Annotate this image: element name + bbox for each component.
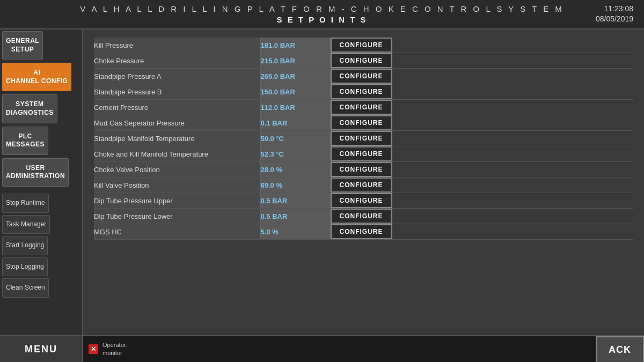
setpoint-label: Standpipe Pressure A — [94, 69, 260, 84]
error-icon: ✕ — [89, 344, 98, 354]
configure-cell: CONFIGURE — [330, 69, 633, 84]
table-row: Standpipe Pressure A265.0 BARCONFIGURE — [94, 69, 633, 84]
setpoint-value: 50.0 °C — [260, 131, 330, 146]
setpoint-label: MGS HC — [94, 224, 260, 240]
configure-cell: CONFIGURE — [330, 84, 633, 100]
table-row: Choke Pressure215.0 BARCONFIGURE — [94, 53, 633, 69]
ack-button[interactable]: ACK — [596, 336, 644, 362]
sidebar-item-user-administration[interactable]: USER ADMINISTRATION — [2, 158, 69, 187]
setpoint-value: 0.5 BAR — [260, 209, 330, 224]
clock-date: 08/05/2019 — [596, 14, 633, 25]
sidebar-actions: Stop RuntimeTask ManagerStart LoggingSto… — [0, 193, 82, 299]
sidebar: GENERAL SETUPAI CHANNEL CONFIGSYSTEM DIA… — [0, 29, 83, 335]
clock-time: 11:23:08 — [596, 4, 633, 14]
sidebar-btn-task-manager[interactable]: Task Manager — [2, 215, 50, 234]
configure-cell: CONFIGURE — [330, 178, 633, 193]
configure-button[interactable]: CONFIGURE — [331, 131, 392, 146]
setpoint-label: Kill Pressure — [94, 38, 260, 53]
table-row: Kill Valve Position69.0 %CONFIGURE — [94, 178, 633, 193]
setpoint-value: 5.0 % — [260, 224, 330, 240]
configure-button[interactable]: CONFIGURE — [331, 115, 392, 130]
operator-label: Operator: — [103, 341, 127, 349]
sidebar-item-plc-messages[interactable]: PLC MESSAGES — [2, 127, 48, 155]
setpoint-label: Choke Pressure — [94, 53, 260, 69]
setpoint-label: Mud Gas Seperator Pressure — [94, 115, 260, 131]
setpoint-value: 150.0 BAR — [260, 84, 330, 100]
sidebar-btn-stop-runtime[interactable]: Stop Runtime — [2, 194, 49, 213]
configure-cell: CONFIGURE — [330, 38, 633, 53]
configure-cell: CONFIGURE — [330, 162, 633, 178]
setpoint-value: 0.1 BAR — [260, 115, 330, 131]
configure-button[interactable]: CONFIGURE — [331, 146, 392, 161]
setpoint-label: Choke and Kill Manifold Temperature — [94, 146, 260, 162]
configure-cell: CONFIGURE — [330, 209, 633, 224]
configure-cell: CONFIGURE — [330, 193, 633, 209]
configure-button[interactable]: CONFIGURE — [331, 53, 392, 68]
configure-button[interactable]: CONFIGURE — [331, 38, 392, 53]
setpoint-value: 181.0 BAR — [260, 38, 330, 53]
table-row: Kill Pressure181.0 BARCONFIGURE — [94, 38, 633, 53]
setpoint-value: 0.5 BAR — [260, 193, 330, 209]
content-area: Kill Pressure181.0 BARCONFIGUREChoke Pre… — [83, 29, 644, 335]
configure-button[interactable]: CONFIGURE — [331, 69, 392, 84]
setpoint-value: 265.0 BAR — [260, 69, 330, 84]
setpoint-value: 69.0 % — [260, 178, 330, 193]
sidebar-btn-start-logging[interactable]: Start Logging — [2, 236, 48, 255]
sidebar-item-general-setup[interactable]: GENERAL SETUP — [2, 31, 43, 60]
setpoint-label: Kill Valve Position — [94, 178, 260, 193]
operator-name: monitor — [103, 349, 127, 357]
menu-button[interactable]: MENU — [0, 336, 83, 362]
configure-button[interactable]: CONFIGURE — [331, 178, 392, 193]
header: V A L H A L L D R I L L I N G P L A T F … — [0, 0, 644, 29]
setpoint-value: 28.0 % — [260, 162, 330, 178]
setpoints-body: Kill Pressure181.0 BARCONFIGUREChoke Pre… — [94, 38, 633, 240]
configure-cell: CONFIGURE — [330, 53, 633, 69]
footer-info: ✕ Operator: monitor — [83, 341, 127, 358]
operator-info: Operator: monitor — [103, 341, 127, 358]
table-row: Dip Tube Pressure Upper0.5 BARCONFIGURE — [94, 193, 633, 209]
configure-button[interactable]: CONFIGURE — [331, 193, 392, 208]
header-title: V A L H A L L D R I L L I N G P L A T F … — [80, 4, 564, 25]
configure-cell: CONFIGURE — [330, 131, 633, 146]
setpoint-label: Standpipe Pressure B — [94, 84, 260, 100]
configure-cell: CONFIGURE — [330, 115, 633, 131]
setpoint-label: Choke Valve Position — [94, 162, 260, 178]
setpoint-label: Dip Tube Pressure Upper — [94, 193, 260, 209]
configure-cell: CONFIGURE — [330, 146, 633, 162]
main-layout: GENERAL SETUPAI CHANNEL CONFIGSYSTEM DIA… — [0, 29, 644, 335]
header-line2: S E T P O I N T S — [80, 14, 564, 25]
sidebar-item-ai-channel-config[interactable]: AI CHANNEL CONFIG — [2, 63, 71, 91]
sidebar-nav: GENERAL SETUPAI CHANNEL CONFIGSYSTEM DIA… — [0, 29, 82, 188]
configure-button[interactable]: CONFIGURE — [331, 84, 392, 99]
setpoint-label: Standpipe Manifold Temperature — [94, 131, 260, 146]
configure-button[interactable]: CONFIGURE — [331, 209, 392, 224]
table-row: Standpipe Manifold Temperature50.0 °CCON… — [94, 131, 633, 146]
setpoint-value: 215.0 BAR — [260, 53, 330, 69]
header-line1: V A L H A L L D R I L L I N G P L A T F … — [80, 4, 564, 14]
table-row: MGS HC5.0 %CONFIGURE — [94, 224, 633, 240]
sidebar-btn-stop-logging[interactable]: Stop Logging — [2, 257, 48, 277]
setpoint-value: 112.0 BAR — [260, 100, 330, 115]
setpoint-label: Cement Pressure — [94, 100, 260, 115]
footer: MENU ✕ Operator: monitor ACK — [0, 335, 644, 362]
setpoint-label: Dip Tube Pressure Lower — [94, 209, 260, 224]
setpoints-table: Kill Pressure181.0 BARCONFIGUREChoke Pre… — [94, 38, 633, 240]
table-row: Choke and Kill Manifold Temperature52.3 … — [94, 146, 633, 162]
table-row: Standpipe Pressure B150.0 BARCONFIGURE — [94, 84, 633, 100]
clock: 11:23:08 08/05/2019 — [596, 4, 633, 25]
configure-cell: CONFIGURE — [330, 224, 633, 240]
setpoint-value: 52.3 °C — [260, 146, 330, 162]
table-row: Cement Pressure112.0 BARCONFIGURE — [94, 100, 633, 115]
sidebar-btn-clean-screen[interactable]: Clean Screen — [2, 278, 49, 298]
configure-cell: CONFIGURE — [330, 100, 633, 115]
configure-button[interactable]: CONFIGURE — [331, 224, 392, 239]
configure-button[interactable]: CONFIGURE — [331, 100, 392, 115]
table-row: Dip Tube Pressure Lower0.5 BARCONFIGURE — [94, 209, 633, 224]
configure-button[interactable]: CONFIGURE — [331, 162, 392, 177]
table-row: Mud Gas Seperator Pressure0.1 BARCONFIGU… — [94, 115, 633, 131]
sidebar-item-system-diagnostics[interactable]: SYSTEM DIAGNOSTICS — [2, 94, 57, 123]
table-row: Choke Valve Position28.0 %CONFIGURE — [94, 162, 633, 178]
